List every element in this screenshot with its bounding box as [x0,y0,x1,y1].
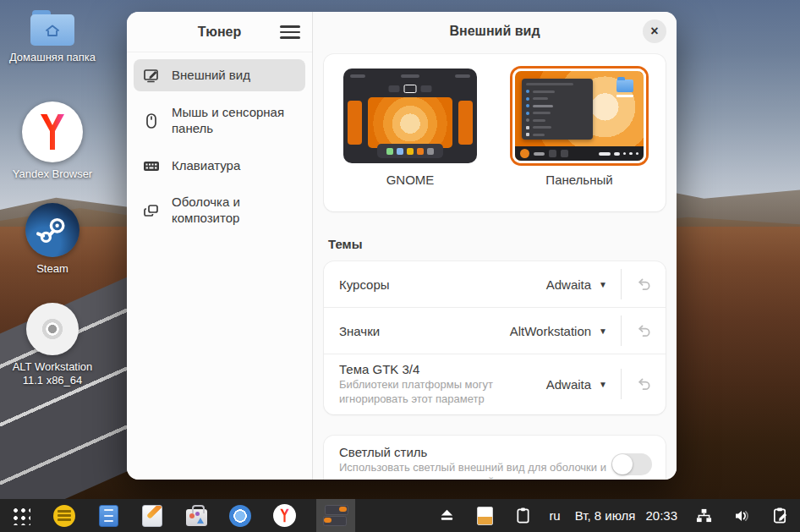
text-editor-icon [142,505,162,527]
gnome-preview-thumbnail [343,69,477,163]
sidebar-item-mouse[interactable]: Мышь и сенсорная панель [134,97,305,145]
clipboard-edit-icon [772,507,788,524]
tuner-taskbar-button-active[interactable] [316,499,355,532]
wired-network-icon [696,507,712,524]
desktop-icon-label: Yandex Browser [13,167,92,181]
taskbar-right: ru Вт, 8 июля 20:33 [435,504,792,528]
dropdown-value: Adwaita [546,277,591,292]
taskbar: ru Вт, 8 июля 20:33 [0,499,800,532]
close-icon: × [650,24,658,39]
cursors-row: Курсоры Adwaita ▼ [324,261,666,307]
reset-button[interactable] [628,369,659,399]
yandex-icon [273,504,296,527]
dropdown-value: AltWorkstation [510,324,591,338]
network-button[interactable] [692,504,715,528]
reset-button[interactable] [628,315,659,346]
undo-icon [636,376,652,392]
undo-icon [636,323,652,339]
panel-preview-thumbnail-selected [512,69,646,163]
speaker-icon [733,507,750,524]
row-title: Значки [339,324,380,338]
taskbar-left [8,499,355,532]
chevron-down-icon: ▼ [599,280,607,289]
light-style-toggle[interactable] [611,453,652,475]
clipboard-button[interactable] [511,504,534,528]
desktop-icon-yandex-browser[interactable]: Yandex Browser [0,101,105,181]
dropdown-value: Adwaita [546,377,591,392]
sidebar-item-label: Мышь и сенсорная панель [172,105,297,137]
app-grid-icon [11,506,30,525]
volume-button[interactable] [730,504,753,528]
display-edit-icon [142,67,161,84]
pane-header: Внешний вид × [313,12,677,51]
time-label: 20:33 [645,508,677,523]
preview-label: GNOME [386,173,435,187]
eject-button[interactable] [435,504,458,528]
desktop-icon-label: ALT Workstation 11.1 x86_64 [3,360,102,388]
document-tray-button[interactable] [473,504,496,528]
steam-icon [25,203,79,257]
desktop-icon-label: Steam [36,262,68,276]
chromium-button[interactable] [228,504,252,528]
page-title: Внешний вид [313,12,677,51]
chevron-down-icon: ▼ [599,380,607,389]
close-button[interactable]: × [643,19,666,43]
yandex-browser-button[interactable] [272,504,296,528]
sidebar-header: Тюнер [127,12,312,52]
sidebar-item-label: Внешний вид [172,68,250,84]
desktop-icon-steam[interactable]: Steam [0,203,105,276]
house-glyph [44,23,61,38]
keyboard-icon [142,159,161,173]
text-editor-button[interactable] [140,504,164,528]
desktop-icon-home-folder[interactable]: Домашняя папка [0,10,105,64]
home-folder-icon [30,10,74,46]
row-subtitle: Библиотеки платформы могут игнорировать … [339,378,535,407]
file-manager-button[interactable] [96,504,120,528]
cursors-dropdown[interactable]: Adwaita ▼ [541,271,612,299]
notes-button[interactable] [768,504,792,528]
shell-theme-previews-card: GNOME [324,54,666,211]
clock[interactable]: Вт, 8 июля 20:33 [575,508,677,523]
chromium-icon [229,505,251,527]
yandex-browser-icon [22,101,83,162]
light-style-title: Светлый стиль [339,445,611,459]
undo-icon [636,277,652,293]
software-bag-icon [186,509,207,526]
date-label: Вт, 8 июля [575,508,636,523]
keyboard-layout-indicator[interactable]: ru [549,508,560,523]
row-title: Курсоры [339,277,390,292]
software-center-button[interactable] [184,504,208,528]
gtk-theme-dropdown[interactable]: Adwaita ▼ [541,370,612,398]
pane-content: GNOME [313,51,677,480]
start-menu-icon [53,505,75,527]
icons-dropdown[interactable]: AltWorkstation ▼ [505,317,612,345]
tuner-window: Тюнер Внешний вид [127,12,677,480]
shell-compositor-icon [142,202,161,219]
light-style-subtitle: Использовать светлый внешний вид для обо… [339,461,611,480]
reset-button[interactable] [628,269,659,299]
preview-panel[interactable]: Панельный [507,69,651,187]
sidebar-items: Внешний вид Мышь и сенсорная панель [127,52,312,241]
sidebar-item-appearance[interactable]: Внешний вид [134,59,305,91]
start-menu-button[interactable] [52,504,76,528]
disc-icon [26,303,79,355]
desktop-icon-label: Домашняя папка [9,51,96,64]
desktop-icon-alt-workstation[interactable]: ALT Workstation 11.1 x86_64 [0,303,105,388]
themes-section-label: Темы [328,237,661,251]
menu-icon[interactable] [280,23,300,41]
app-grid-button[interactable] [8,504,32,528]
themes-card: Курсоры Adwaita ▼ [324,261,666,414]
document-icon [477,507,493,525]
sidebar-item-label: Клавиатура [172,158,240,174]
sidebar-item-shell[interactable]: Оболочка и композитор [134,187,305,234]
sidebar-item-label: Оболочка и композитор [172,195,297,227]
row-title: Тема GTK 3/4 [339,362,535,376]
preview-gnome[interactable]: GNOME [338,69,482,187]
desktop: Домашняя папка Yandex Browser Steam [0,0,800,532]
sidebar-item-keyboard[interactable]: Клавиатура [134,151,305,182]
clipboard-icon [515,507,531,524]
sidebar: Тюнер Внешний вид [127,12,313,480]
icons-row: Значки AltWorkstation ▼ [324,307,666,354]
chevron-down-icon: ▼ [599,326,607,336]
gtk-theme-row: Тема GTK 3/4 Библиотеки платформы могут … [324,354,666,414]
